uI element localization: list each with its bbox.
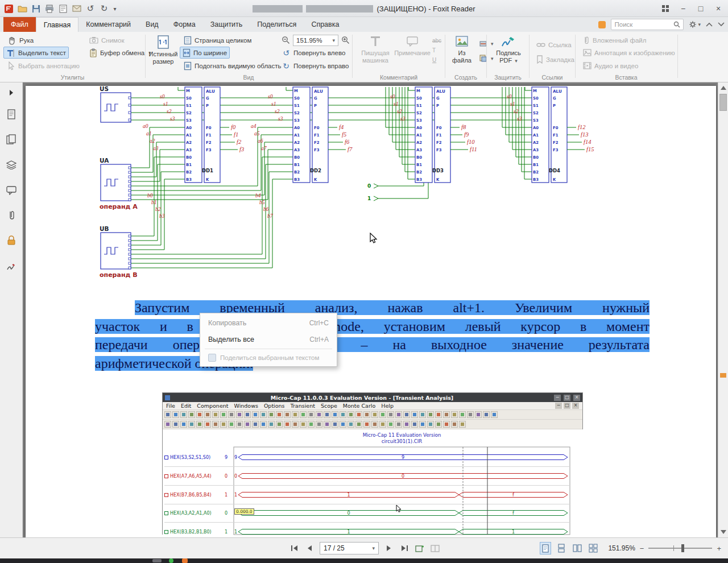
zoom-out-icon[interactable] xyxy=(282,36,290,44)
tab-share[interactable]: Поделиться xyxy=(250,17,304,32)
collapse-ribbon-icon[interactable] xyxy=(706,22,713,27)
link-button[interactable]: Ссылка xyxy=(533,39,574,51)
actual-size-button[interactable]: Истинный размер xyxy=(148,35,179,65)
fit-visible-button[interactable]: Подогнать видимую область xyxy=(181,60,284,72)
select-annotation-button[interactable]: Выбрать аннотацию xyxy=(5,60,82,72)
tab-form[interactable]: Форма xyxy=(166,17,203,32)
signatures-panel-icon[interactable] xyxy=(6,261,17,272)
facing-view-icon[interactable] xyxy=(572,542,583,554)
ribbon: Рука Выделить текст Выбрать аннотацию Сн… xyxy=(0,32,728,82)
bookmarks-panel-icon[interactable] xyxy=(6,134,17,145)
circuit-label: F0 xyxy=(206,126,212,130)
clipboard-button[interactable]: Буфер обмена ▾ xyxy=(86,47,154,59)
hand-tool-button[interactable]: Рука xyxy=(5,34,36,46)
minimize-icon[interactable]: − xyxy=(677,2,689,15)
tab-protect[interactable]: Защитить xyxy=(203,17,250,32)
maximize-icon[interactable]: □ xyxy=(694,2,707,15)
zoom-in-icon[interactable] xyxy=(341,36,350,44)
split-view-icon[interactable] xyxy=(430,542,440,554)
selected-paragraph[interactable]: Запустим временный анализ, нажав alt+1. … xyxy=(95,299,650,372)
taskbar-item-orange[interactable] xyxy=(182,558,188,563)
first-page-button[interactable] xyxy=(289,542,299,554)
scroll-down-icon[interactable] xyxy=(721,530,726,534)
zoom-level-combo[interactable]: 151.95% ▾ xyxy=(293,35,338,46)
search-input[interactable]: Поиск xyxy=(611,19,684,30)
document-area[interactable]: 01MS0S1S2S3A0A1A2A3B0B1B2B3ALUGPF0F1F2F3… xyxy=(23,82,718,537)
underline-text-icon[interactable]: U xyxy=(432,56,441,64)
next-page-button[interactable] xyxy=(384,542,394,554)
toolbar-icon xyxy=(212,411,219,418)
wire xyxy=(408,87,415,179)
close-icon[interactable]: × xyxy=(712,2,725,15)
tab-home[interactable]: Главная xyxy=(36,17,79,32)
security-panel-icon[interactable] xyxy=(6,235,17,246)
fit-width-button[interactable]: По ширине xyxy=(180,47,230,59)
redo-icon[interactable]: ↻ xyxy=(98,2,110,15)
page-number-combo[interactable]: 17 / 25 ▾ xyxy=(320,542,379,554)
attachments-panel-icon[interactable] xyxy=(6,210,17,221)
taskbar-item[interactable] xyxy=(152,559,162,562)
sign-pdf-button[interactable]: Подпись PDF ▾ xyxy=(490,35,527,64)
toolbar-icon xyxy=(395,421,402,428)
rotate-left-button[interactable]: ↺ Повернуть влево xyxy=(279,47,348,59)
typewriter-button[interactable]: Пишущая машинка xyxy=(357,35,394,64)
mdi-close-icon: × xyxy=(572,403,579,409)
layers-panel-icon[interactable] xyxy=(6,159,17,171)
circuit-label: A2 xyxy=(186,140,192,145)
zoom-slider[interactable] xyxy=(648,542,712,554)
strikeout-text-icon[interactable]: abc xyxy=(432,36,441,44)
menu-item-select-all[interactable]: Выделить все Ctrl+A xyxy=(200,331,337,347)
tell-me-icon[interactable] xyxy=(598,21,606,28)
audio-video-button[interactable]: Аудио и видео xyxy=(580,60,641,72)
toolbar-icon xyxy=(252,421,259,428)
expand-panel-icon[interactable] xyxy=(6,87,17,98)
tab-view[interactable]: Вид xyxy=(138,17,166,32)
insert-text-icon[interactable]: T xyxy=(432,46,441,54)
foxit-app-icon[interactable] xyxy=(2,2,15,15)
circuit-label: A1 xyxy=(533,133,539,138)
qat-customize-icon[interactable]: ▾ xyxy=(111,2,118,15)
print-icon[interactable] xyxy=(43,2,56,15)
note-button[interactable]: Примечание xyxy=(396,35,429,57)
page-thumbnails-icon[interactable] xyxy=(6,109,17,120)
circuit-label: A2 xyxy=(294,140,300,145)
menu-item-copy[interactable]: Копировать Ctrl+C xyxy=(200,314,337,331)
settings-gear-icon[interactable]: ▾ xyxy=(689,20,701,28)
microcap-maximize-icon: □ xyxy=(564,395,570,401)
tab-help[interactable]: Справка xyxy=(304,17,346,32)
image-annotation-button[interactable]: Аннотация к изображению xyxy=(580,47,678,59)
print-preview-icon[interactable] xyxy=(57,2,69,15)
slider-thumb[interactable] xyxy=(681,544,684,552)
image-from-file-button[interactable]: Из файла xyxy=(448,35,475,64)
scrollbar-thumb[interactable] xyxy=(719,94,727,111)
save-icon[interactable] xyxy=(30,2,42,15)
undo-icon[interactable]: ↺ xyxy=(84,2,97,15)
zoom-in-button[interactable]: + xyxy=(717,544,721,553)
expand-ribbon-icon[interactable] xyxy=(718,22,725,27)
attach-file-button[interactable]: Вложенный файл xyxy=(580,34,649,46)
toolbar-icon xyxy=(324,421,330,428)
prev-page-button[interactable] xyxy=(304,542,315,554)
open-file-icon[interactable] xyxy=(16,2,28,15)
rotate-right-button[interactable]: ↻ Повернуть вправо xyxy=(279,60,352,72)
vertical-scrollbar[interactable] xyxy=(718,82,728,537)
workspace-grid-icon[interactable] xyxy=(659,2,672,15)
single-page-view-icon[interactable] xyxy=(540,542,551,554)
taskbar-item-green[interactable] xyxy=(169,558,173,563)
new-tab-icon[interactable] xyxy=(415,542,425,554)
select-text-button[interactable]: Выделить текст xyxy=(3,47,69,59)
continuous-view-icon[interactable] xyxy=(556,542,567,554)
comments-panel-icon[interactable] xyxy=(6,185,17,196)
bookmark-button[interactable]: Закладка xyxy=(533,53,577,65)
zoom-value: 151.95% xyxy=(296,37,322,44)
mail-icon[interactable] xyxy=(71,2,83,15)
scroll-up-icon[interactable] xyxy=(721,86,726,90)
full-page-button[interactable]: Страница целиком xyxy=(181,34,254,46)
menu-item-share[interactable]: Поделиться выбранным текстом xyxy=(200,350,337,365)
tab-comment[interactable]: Комментарий xyxy=(78,17,138,32)
zoom-out-button[interactable]: − xyxy=(640,544,644,553)
last-page-button[interactable] xyxy=(399,542,410,554)
tab-file[interactable]: Файл xyxy=(3,17,36,32)
snapshot-button[interactable]: Снимок xyxy=(86,34,127,46)
continuous-facing-view-icon[interactable] xyxy=(588,542,599,554)
